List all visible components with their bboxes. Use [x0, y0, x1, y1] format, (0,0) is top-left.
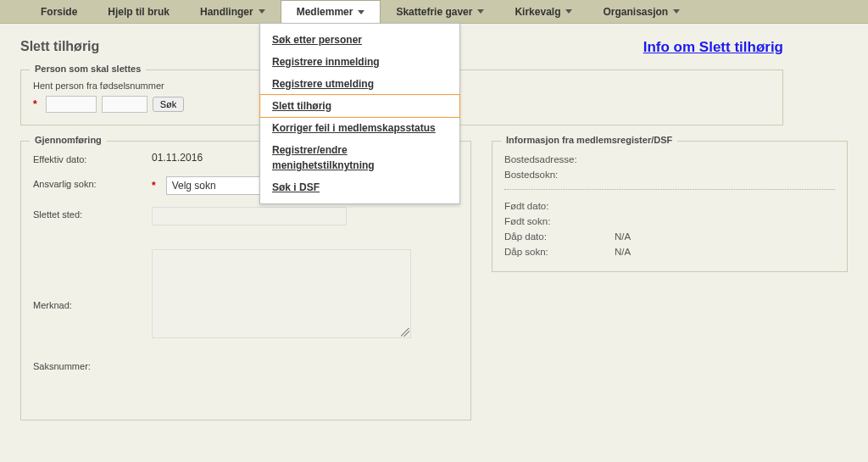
- nav-skattefrie[interactable]: Skattefrie gaver: [381, 0, 499, 24]
- fodt-dato-label: Født dato:: [504, 198, 615, 214]
- fnr-input-1[interactable]: [46, 96, 97, 113]
- chevron-down-icon: [259, 9, 265, 14]
- ansvarlig-sokn-selected: Velg sokn: [172, 180, 216, 192]
- daap-sokn-value: N/A: [615, 244, 631, 259]
- daap-dato-value: N/A: [615, 229, 631, 244]
- menu-korriger-feil[interactable]: Korriger feil i medlemskapsstatus: [260, 117, 459, 139]
- daap-dato-label: Dåp dato:: [504, 229, 615, 244]
- top-nav: Forside Hjelp til bruk Handlinger Medlem…: [0, 0, 868, 24]
- required-star: *: [152, 180, 156, 192]
- divider: [504, 189, 835, 190]
- required-star: *: [33, 98, 37, 110]
- effektiv-dato-value: 01.11.2016: [152, 152, 203, 164]
- nav-hjelp[interactable]: Hjelp til bruk: [92, 0, 185, 24]
- saksnummer-label: Saksnummer:: [33, 359, 152, 371]
- person-legend: Person som skal slettes: [30, 64, 146, 74]
- informasjon-legend: Informasjon fra medlemsregister/DSF: [501, 135, 677, 145]
- chevron-down-icon: [358, 10, 364, 14]
- nav-organisasjon[interactable]: Organisasjon: [587, 0, 695, 24]
- menu-registrere-innmelding[interactable]: Registrere innmelding: [260, 51, 459, 73]
- menu-sok-i-dsf[interactable]: Søk i DSF: [260, 176, 459, 198]
- medlemmer-dropdown: Søk etter personer Registrere innmelding…: [259, 23, 460, 204]
- menu-registrer-endre-menighet[interactable]: Registrer/endre menighetstilknytning: [260, 139, 459, 176]
- menu-registrere-utmelding[interactable]: Registrere utmelding: [260, 73, 459, 95]
- bostedsokn-label: Bostedsokn:: [504, 167, 615, 182]
- effektiv-dato-label: Effektiv dato:: [33, 152, 152, 164]
- slettet-sted-label: Slettet sted:: [33, 207, 152, 220]
- ansvarlig-sokn-label: Ansvarlig sokn:: [33, 176, 152, 189]
- informasjon-box: Informasjon fra medlemsregister/DSF Bost…: [492, 141, 848, 272]
- merknad-label: Merknad:: [33, 249, 152, 310]
- chevron-down-icon: [673, 9, 680, 14]
- search-button[interactable]: Søk: [153, 97, 185, 112]
- menu-slett-tilhorig[interactable]: Slett tilhørig: [260, 95, 459, 117]
- nav-forside[interactable]: Forside: [25, 0, 92, 24]
- menu-sok-etter-personer[interactable]: Søk etter personer: [260, 29, 459, 51]
- info-link[interactable]: Info om Slett tilhørig: [643, 39, 783, 56]
- nav-handlinger[interactable]: Handlinger: [185, 0, 281, 24]
- gjennomforing-legend: Gjennomføring: [30, 135, 107, 145]
- nav-medlemmer[interactable]: Medlemmer: [281, 0, 381, 24]
- nav-kirkevalg[interactable]: Kirkevalg: [499, 0, 587, 24]
- daap-sokn-label: Dåp sokn:: [504, 244, 615, 259]
- fodt-sokn-label: Født sokn:: [504, 214, 615, 229]
- bostedsadresse-label: Bostedsadresse:: [504, 152, 615, 167]
- fnr-input-2[interactable]: [102, 96, 147, 113]
- slettet-sted-input[interactable]: [152, 207, 347, 225]
- chevron-down-icon: [477, 9, 484, 14]
- chevron-down-icon: [565, 9, 572, 14]
- merknad-textarea[interactable]: [152, 249, 411, 338]
